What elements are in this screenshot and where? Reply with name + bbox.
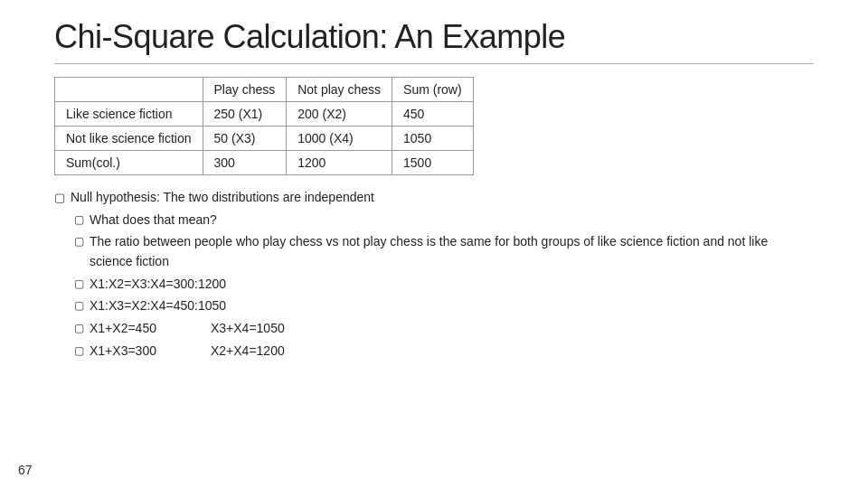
table-row-like-sf-label: Like science fiction bbox=[55, 102, 203, 127]
table-cell-sum-not-chess: 1200 bbox=[287, 151, 392, 175]
table-header-empty bbox=[55, 78, 203, 102]
page-number: 67 bbox=[18, 463, 33, 477]
page-title: Chi-Square Calculation: An Example bbox=[54, 18, 814, 56]
bullet-inline-row2-text: X1+X3=300 X2+X4=1200 bbox=[90, 342, 814, 361]
table-row-like-sf: Like science fiction 250 (X1) 200 (X2) 4… bbox=[55, 102, 474, 127]
bullet-x1x2-450: X1+X2=450 bbox=[90, 319, 156, 339]
table-row-not-like-sf: Not like science fiction 50 (X3) 1000 (X… bbox=[55, 127, 474, 151]
bullet-null-hypothesis: ▢ Null hypothesis: The two distributions… bbox=[54, 188, 814, 208]
table-cell-total: 1500 bbox=[392, 151, 474, 175]
table-row-not-like-sf-label: Not like science fiction bbox=[55, 127, 203, 151]
table-cell-sum-like: 450 bbox=[392, 102, 474, 127]
bullet-icon-sub2: ▢ bbox=[74, 233, 84, 250]
bullet-icon-sub4: ▢ bbox=[74, 297, 84, 314]
bullet-x3x4-1050: X3+X4=1050 bbox=[211, 319, 285, 339]
bullet-inline-row2: ▢ X1+X3=300 X2+X4=1200 bbox=[74, 342, 814, 361]
bullet-inline-row1-text: X1+X2=450 X3+X4=1050 bbox=[90, 319, 814, 339]
bullet-icon-sub6: ▢ bbox=[74, 343, 84, 360]
table-header-play-chess: Play chess bbox=[203, 78, 287, 102]
table-header-sum-row: Sum (row) bbox=[392, 78, 474, 102]
bullet-null-hypothesis-text: Null hypothesis: The two distributions a… bbox=[71, 188, 814, 208]
table-cell-x1: 250 (X1) bbox=[203, 102, 287, 127]
bullets-section: ▢ Null hypothesis: The two distributions… bbox=[54, 188, 814, 361]
bullet-ratio: ▢ The ratio between people who play ches… bbox=[74, 232, 814, 271]
table-cell-sum-chess: 300 bbox=[203, 151, 287, 175]
bullet-icon-sub1: ▢ bbox=[74, 211, 84, 229]
table-cell-sum-not-like: 1050 bbox=[392, 127, 474, 151]
divider bbox=[54, 63, 814, 64]
table-row-sum-col-label: Sum(col.) bbox=[55, 151, 203, 175]
bullet-what-does-mean-text: What does that mean? bbox=[90, 211, 814, 230]
bullet-x2x4-1200: X2+X4=1200 bbox=[211, 342, 285, 361]
table-cell-x4: 1000 (X4) bbox=[287, 127, 392, 151]
bullet-x1x3-300: X1+X3=300 bbox=[90, 342, 156, 361]
bullet-icon-sub5: ▢ bbox=[74, 320, 84, 337]
bullet-x1x3-x2x4-text: X1:X3=X2:X4=450:1050 bbox=[90, 296, 814, 316]
bullet-what-does-mean: ▢ What does that mean? bbox=[74, 211, 814, 230]
page-container: Chi-Square Calculation: An Example Play … bbox=[0, 0, 868, 488]
bullet-x1x2-x3x4-text: X1:X2=X3:X4=300:1200 bbox=[90, 275, 814, 295]
bullet-icon-main: ▢ bbox=[54, 189, 65, 207]
table-row-sum-col: Sum(col.) 300 1200 1500 bbox=[55, 151, 474, 175]
bullet-x1x3-x2x4: ▢ X1:X3=X2:X4=450:1050 bbox=[74, 296, 814, 316]
bullet-x1x2-x3x4: ▢ X1:X2=X3:X4=300:1200 bbox=[74, 275, 814, 295]
table-header-not-play-chess: Not play chess bbox=[287, 78, 392, 102]
table-header-row: Play chess Not play chess Sum (row) bbox=[55, 78, 474, 102]
bullet-inline-row1: ▢ X1+X2=450 X3+X4=1050 bbox=[74, 319, 814, 339]
bullet-ratio-text: The ratio between people who play chess … bbox=[90, 232, 814, 271]
table-cell-x3: 50 (X3) bbox=[203, 127, 287, 151]
table-cell-x2: 200 (X2) bbox=[287, 102, 392, 127]
chi-square-table: Play chess Not play chess Sum (row) Like… bbox=[54, 77, 474, 175]
bullet-icon-sub3: ▢ bbox=[74, 276, 84, 293]
table-wrapper: Play chess Not play chess Sum (row) Like… bbox=[54, 77, 814, 175]
